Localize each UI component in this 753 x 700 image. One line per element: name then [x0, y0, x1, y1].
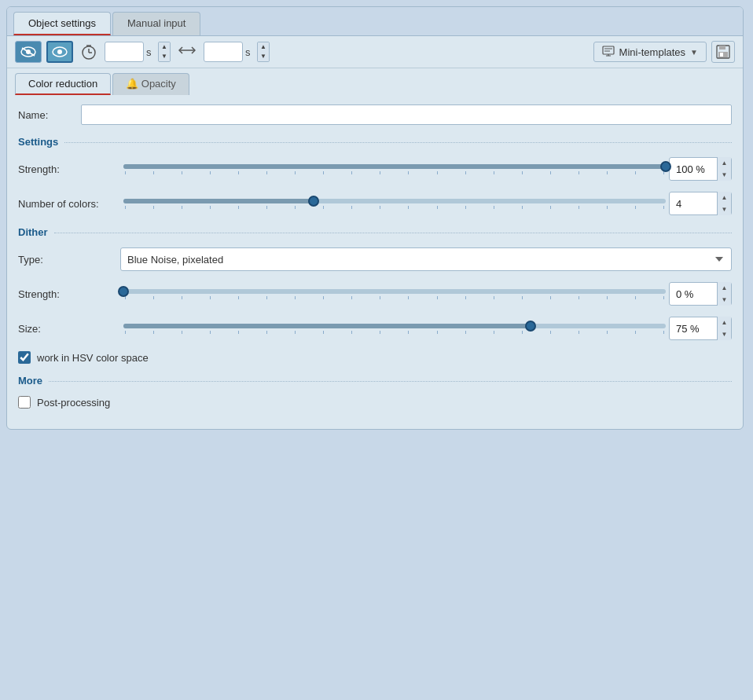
- num-colors-slider-container: [120, 199, 669, 209]
- top-tabs-bar: Object settings Manual input: [7, 7, 743, 36]
- visibility-btn-1[interactable]: [15, 41, 42, 63]
- dither-strength-slider-row: Strength: 0 % ▲ ▼: [18, 282, 732, 306]
- num-colors-slider-track[interactable]: [123, 199, 666, 203]
- hsv-checkbox-label: work in HSV color space: [37, 352, 149, 364]
- duration-spin-up[interactable]: ▲: [159, 42, 170, 52]
- duration-input-group: 5 s ▲ ▼: [105, 42, 171, 62]
- num-colors-value-box: 4 ▲ ▼: [669, 192, 732, 215]
- num-colors-spinner[interactable]: ▲ ▼: [717, 192, 731, 215]
- strength-ticks: [123, 171, 666, 174]
- more-section-header: More: [18, 375, 732, 387]
- duration-input[interactable]: 5: [105, 42, 144, 62]
- offset-spinner[interactable]: ▲ ▼: [257, 42, 270, 62]
- strength-spinner[interactable]: ▲ ▼: [717, 157, 731, 181]
- svg-rect-18: [720, 53, 723, 57]
- dither-strength-value-text: 0 %: [670, 288, 717, 300]
- dither-strength-spin-down[interactable]: ▼: [718, 294, 731, 306]
- strength-slider-container: [120, 164, 669, 174]
- dither-divider: [54, 233, 732, 233]
- dither-type-label: Type:: [18, 254, 120, 266]
- dither-strength-label: Strength:: [18, 288, 120, 300]
- resize-icon: [175, 44, 199, 60]
- mini-templates-button[interactable]: Mini-templates ▼: [593, 42, 707, 62]
- name-input[interactable]: [81, 104, 732, 125]
- svg-line-2: [22, 48, 35, 56]
- more-divider: [49, 381, 732, 382]
- dither-type-row: Type: Blue Noise, pixelated None Ordered…: [18, 247, 732, 271]
- offset-spin-down[interactable]: ▼: [258, 52, 269, 61]
- toolbar: 5 s ▲ ▼ 0 s ▲ ▼: [7, 36, 743, 68]
- svg-rect-10: [603, 46, 614, 54]
- svg-rect-16: [719, 46, 725, 49]
- duration-unit: s: [146, 46, 156, 58]
- num-colors-slider-fill: [123, 199, 314, 203]
- dither-strength-slider-thumb[interactable]: [118, 286, 129, 297]
- num-colors-slider-row: Number of colors: 4 ▲ ▼: [18, 192, 732, 215]
- hsv-checkbox-row: work in HSV color space: [18, 351, 732, 364]
- num-colors-spin-down[interactable]: ▼: [718, 203, 731, 215]
- mini-templates-dropdown-arrow: ▼: [690, 48, 698, 57]
- dither-size-slider-fill: [123, 324, 531, 328]
- strength-slider-fill: [123, 164, 666, 169]
- name-row: Name:: [18, 104, 732, 125]
- opacity-tab-label: Opacity: [141, 78, 176, 90]
- strength-value-box: 100 % ▲ ▼: [669, 157, 732, 181]
- dither-size-slider-container: [120, 324, 669, 334]
- dither-strength-slider-container: [120, 289, 669, 299]
- eye-open-icon: [52, 46, 68, 57]
- duration-spinner[interactable]: ▲ ▼: [158, 42, 171, 62]
- dither-size-slider-thumb[interactable]: [525, 321, 536, 332]
- tab-manual-input[interactable]: Manual input: [112, 12, 200, 35]
- eye-closed-icon: [20, 46, 36, 57]
- dither-size-value-text: 75 %: [670, 323, 717, 335]
- inner-tabs-bar: Color reduction 🔔 Opacity: [7, 68, 743, 95]
- num-colors-ticks: [123, 206, 666, 209]
- tab-object-settings[interactable]: Object settings: [13, 12, 111, 35]
- strength-spin-down[interactable]: ▼: [718, 169, 731, 181]
- svg-point-4: [57, 49, 62, 54]
- num-colors-slider-thumb[interactable]: [308, 196, 319, 207]
- num-colors-spin-up[interactable]: ▲: [718, 192, 731, 203]
- num-colors-value-text: 4: [670, 198, 717, 210]
- offset-unit: s: [245, 46, 255, 58]
- dither-size-spinner[interactable]: ▲ ▼: [717, 317, 731, 340]
- dither-size-spin-up[interactable]: ▲: [718, 317, 731, 328]
- dither-size-spin-down[interactable]: ▼: [718, 328, 731, 340]
- offset-input[interactable]: 0: [204, 42, 243, 62]
- tab-color-reduction[interactable]: Color reduction: [15, 73, 111, 95]
- strength-slider-track[interactable]: [123, 164, 666, 169]
- settings-section-title: Settings: [18, 136, 58, 148]
- post-processing-row: Post-processing: [18, 396, 732, 409]
- num-colors-label: Number of colors:: [18, 198, 120, 210]
- dither-size-ticks: [123, 331, 666, 334]
- dither-strength-spinner[interactable]: ▲ ▼: [717, 282, 731, 306]
- opacity-bell-icon: 🔔: [126, 78, 138, 90]
- dither-strength-spin-up[interactable]: ▲: [718, 282, 731, 294]
- name-label: Name:: [18, 109, 81, 121]
- dither-strength-ticks: [123, 296, 666, 299]
- tab-opacity[interactable]: 🔔 Opacity: [112, 73, 189, 95]
- visibility-btn-2[interactable]: [46, 41, 73, 63]
- strength-value-text: 100 %: [670, 163, 717, 175]
- timer-icon: [78, 41, 100, 63]
- dither-type-select[interactable]: Blue Noise, pixelated None Ordered Floyd…: [120, 247, 732, 271]
- duration-spin-down[interactable]: ▼: [159, 52, 170, 61]
- dither-size-value-box: 75 % ▲ ▼: [669, 317, 732, 340]
- save-button[interactable]: [711, 41, 735, 63]
- offset-spin-up[interactable]: ▲: [258, 42, 269, 52]
- hsv-checkbox[interactable]: [18, 351, 31, 364]
- post-processing-label: Post-processing: [37, 397, 110, 409]
- templates-icon: [602, 46, 615, 58]
- dither-size-label: Size:: [18, 323, 120, 335]
- strength-slider-thumb[interactable]: [660, 161, 671, 172]
- settings-section-header: Settings: [18, 136, 732, 148]
- strength-slider-row: Strength: 100 % ▲ ▼: [18, 157, 732, 181]
- strength-label: Strength:: [18, 163, 120, 175]
- offset-input-group: 0 s ▲ ▼: [204, 42, 270, 62]
- save-icon: [716, 45, 730, 59]
- strength-spin-up[interactable]: ▲: [718, 157, 731, 169]
- dither-size-slider-track[interactable]: [123, 324, 666, 328]
- mini-templates-label: Mini-templates: [619, 46, 686, 58]
- dither-strength-slider-track[interactable]: [123, 289, 666, 294]
- post-processing-checkbox[interactable]: [18, 396, 31, 409]
